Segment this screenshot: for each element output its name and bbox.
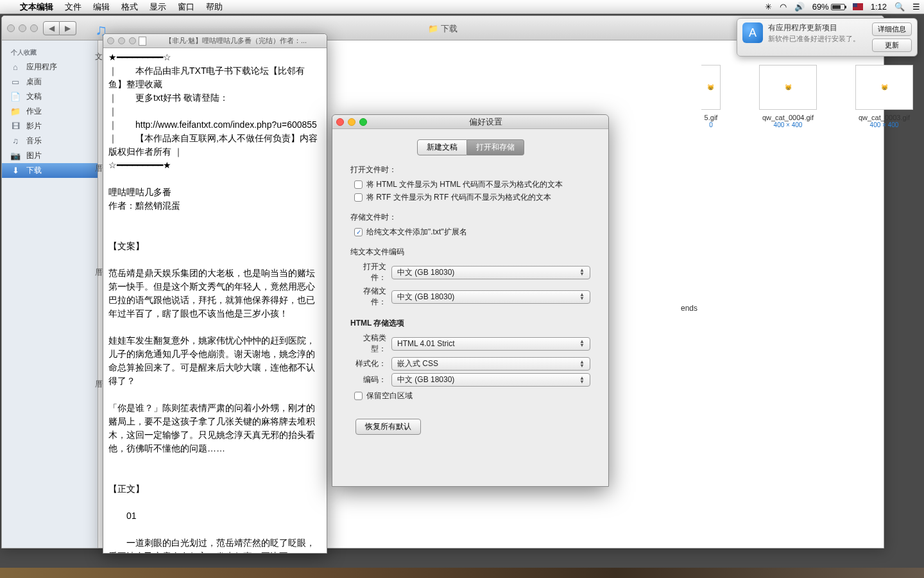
- minimize-button[interactable]: [118, 37, 125, 44]
- update-button[interactable]: 更新: [872, 39, 912, 52]
- encoding-section-label: 纯文本文件编码: [350, 247, 590, 258]
- file-name: 5.gif: [701, 114, 721, 121]
- sidebar-label: 应用程序: [26, 62, 57, 73]
- checkbox-label: 给纯文本文件添加".txt"扩展名: [366, 227, 467, 238]
- file-dimensions: 400 × 400: [855, 121, 913, 128]
- html-section-label: HTML 存储选项: [350, 318, 590, 329]
- sidebar-item-桌面[interactable]: ▭桌面: [2, 74, 98, 89]
- html-encoding-select[interactable]: 中文 (GB 18030)▲▼: [391, 373, 590, 387]
- style-select[interactable]: 嵌入式 CSS▲▼: [391, 357, 590, 371]
- menu-window[interactable]: 窗口: [172, 1, 200, 13]
- sidebar-label: 作业: [26, 106, 42, 117]
- tab-new-document[interactable]: 新建文稿: [417, 139, 467, 155]
- style-label: 样式化：: [350, 358, 386, 369]
- file-dimensions: 0: [701, 121, 721, 128]
- close-button[interactable]: [336, 118, 344, 126]
- tab-open-save[interactable]: 打开和存储: [467, 139, 524, 155]
- doctype-label: 文稿类型：: [350, 333, 386, 355]
- save-encoding-select[interactable]: 中文 (GB 18030)▲▼: [391, 290, 590, 304]
- file-thumbnail: 😸: [701, 65, 721, 110]
- minimize-button[interactable]: [19, 24, 26, 32]
- prefs-title: 偏好设置: [367, 116, 604, 128]
- app-menu[interactable]: 文本编辑: [14, 1, 59, 13]
- sidebar-icon: 🎞: [10, 121, 21, 132]
- sidebar-label: 影片: [26, 121, 42, 132]
- details-button[interactable]: 详细信息: [872, 22, 912, 36]
- document-body[interactable]: ★━━━━━━━━━☆｜ 本作品由非凡TXT电子书下载论坛【比邻有鱼】整理收藏｜…: [103, 48, 327, 553]
- open-section-label: 打开文件时：: [350, 164, 590, 175]
- menu-view[interactable]: 显示: [144, 1, 172, 13]
- sidebar-item-文稿[interactable]: 📄文稿: [2, 89, 98, 104]
- nav-buttons: ◀ ▶: [43, 21, 76, 35]
- folder-icon: 📁: [428, 24, 438, 33]
- file-item[interactable]: 😸qw_cat_0003.gif400 × 400: [855, 65, 913, 128]
- textedit-window: 【非凡·魅】哩咕哩咕几多番（完结）作者：... ★━━━━━━━━━☆｜ 本作品…: [103, 33, 327, 554]
- zoom-button[interactable]: [30, 24, 38, 32]
- html-encoding-label: 编码：: [350, 374, 386, 385]
- rtf-as-code-checkbox[interactable]: [354, 193, 363, 202]
- finder-sidebar: 个人收藏 ⌂应用程序▭桌面📄文稿📁作业🎞影片♫音乐📷图片⬇下载: [2, 40, 98, 548]
- sidebar-icon: 📁: [10, 107, 21, 117]
- sidebar-icon: ▭: [10, 77, 21, 87]
- bg-label: 厝: [95, 379, 103, 390]
- doctype-select[interactable]: HTML 4.01 Strict▲▼: [391, 337, 590, 351]
- sidebar-label: 文稿: [26, 91, 42, 102]
- menu-file[interactable]: 文件: [59, 1, 87, 13]
- notification-subtitle: 新软件已准备好进行安装了。: [768, 35, 867, 44]
- notification-title: 有应用程序更新项目: [768, 22, 867, 33]
- open-encoding-select[interactable]: 中文 (GB 18030)▲▼: [391, 266, 590, 279]
- checkbox-label: 保留空白区域: [366, 390, 413, 401]
- sidebar-label: 图片: [26, 150, 42, 161]
- zoom-button[interactable]: [359, 118, 367, 126]
- sidebar-item-影片[interactable]: 🎞影片: [2, 119, 98, 134]
- close-button[interactable]: [107, 37, 114, 44]
- bg-label: 厝: [95, 267, 103, 278]
- sidebar-icon: 📄: [10, 92, 21, 102]
- sidebar-icon: ⌂: [10, 62, 21, 73]
- file-thumbnail: 😸: [855, 65, 913, 110]
- sidebar-item-音乐[interactable]: ♫音乐: [2, 134, 98, 148]
- menu-edit[interactable]: 编辑: [87, 1, 116, 13]
- file-item[interactable]: 😸qw_cat_0004.gif400 × 400: [759, 65, 817, 128]
- file-item[interactable]: 😸5.gif0: [701, 65, 721, 128]
- sidebar-icon: 📷: [10, 151, 21, 161]
- add-txt-ext-checkbox[interactable]: ✓: [354, 228, 363, 236]
- file-dimensions: 400 × 400: [759, 121, 817, 128]
- save-section-label: 存储文件时：: [350, 212, 590, 223]
- sidebar-item-作业[interactable]: 📁作业: [2, 104, 98, 119]
- file-thumbnail: 😸: [759, 65, 817, 110]
- close-button[interactable]: [7, 24, 15, 32]
- sidebar-header: 个人收藏: [2, 46, 98, 60]
- bluetooth-icon[interactable]: ✳: [761, 2, 776, 12]
- wifi-icon[interactable]: ◠: [776, 2, 791, 12]
- save-encoding-label: 存储文件：: [350, 286, 386, 308]
- sidebar-label: 下载: [26, 165, 42, 176]
- battery-status[interactable]: 69%: [809, 2, 849, 12]
- file-name: qw_cat_0003.gif: [855, 114, 913, 121]
- restore-defaults-button[interactable]: 恢复所有默认: [355, 419, 421, 435]
- back-button[interactable]: ◀: [43, 21, 60, 35]
- textedit-titlebar: 【非凡·魅】哩咕哩咕几多番（完结）作者：...: [103, 34, 327, 48]
- menubar: 文本编辑 文件 编辑 格式 显示 窗口 帮助 ✳ ◠ 🔊 69% 1:12 🔍 …: [0, 0, 924, 14]
- sidebar-icon: ⬇: [10, 166, 21, 176]
- document-icon: [139, 37, 146, 46]
- spotlight-icon[interactable]: 🔍: [891, 2, 909, 12]
- notification-center-icon[interactable]: ☰: [909, 2, 924, 12]
- sidebar-label: 音乐: [26, 136, 42, 146]
- minimize-button[interactable]: [348, 118, 355, 126]
- zoom-button[interactable]: [129, 37, 136, 44]
- html-as-code-checkbox[interactable]: [354, 180, 363, 189]
- dock-reflection: [0, 568, 924, 578]
- input-source[interactable]: [849, 3, 867, 10]
- menu-help[interactable]: 帮助: [200, 1, 228, 13]
- volume-icon[interactable]: 🔊: [791, 2, 809, 12]
- sidebar-item-下载[interactable]: ⬇下载: [2, 163, 98, 178]
- sidebar-item-应用程序[interactable]: ⌂应用程序: [2, 60, 98, 74]
- menu-format[interactable]: 格式: [116, 1, 144, 13]
- preserve-whitespace-checkbox[interactable]: [354, 392, 363, 400]
- prefs-tabs: 新建文稿 打开和存储: [332, 139, 608, 155]
- forward-button[interactable]: ▶: [60, 21, 76, 35]
- clock[interactable]: 1:12: [867, 2, 891, 12]
- checkbox-label: 将 HTML 文件显示为 HTML 代码而不显示为格式化的文本: [366, 179, 563, 190]
- sidebar-item-图片[interactable]: 📷图片: [2, 148, 98, 163]
